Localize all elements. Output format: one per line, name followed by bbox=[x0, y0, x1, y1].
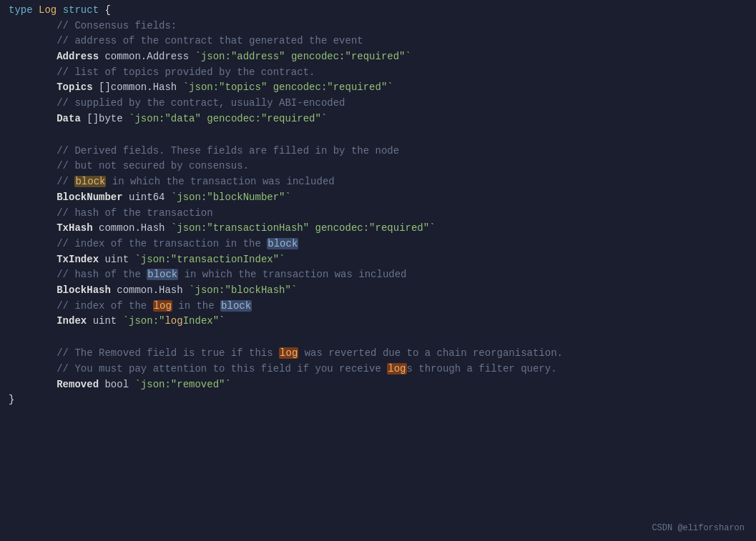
comment-logindex: // index of the log in the block bbox=[9, 300, 252, 312]
field-blocknumber: BlockNumber bbox=[57, 192, 122, 203]
tag-removed: `json:"removed"` bbox=[134, 379, 230, 390]
line-10: // but not secured by consensus. bbox=[0, 159, 756, 174]
highlight-block-1: block bbox=[74, 176, 106, 187]
keyword-type: type bbox=[9, 4, 33, 16]
tag-topics: `json:"topics" gencodec:"required"` bbox=[183, 81, 393, 93]
line-22: // You must pay attention to this field … bbox=[0, 362, 756, 377]
line-5: // list of topics provided by the contra… bbox=[0, 65, 756, 81]
comment-blockhash: // hash of the block in which the transa… bbox=[9, 269, 407, 280]
field-address: Address bbox=[57, 51, 99, 62]
type-uint64: uint64 bbox=[129, 192, 165, 203]
open-brace: { bbox=[104, 4, 110, 16]
highlight-log-3: log bbox=[387, 363, 406, 374]
comment-txhash: // hash of the transaction bbox=[9, 207, 213, 219]
line-24: } bbox=[0, 392, 756, 408]
type-topics: []common.Hash bbox=[99, 81, 177, 93]
type-bool: bool bbox=[104, 379, 129, 390]
line-19: // index of the log in the block bbox=[0, 299, 756, 314]
line-21: // The Removed field is true if this log… bbox=[0, 346, 756, 362]
comment-derived: // Derived fields. These fields are fill… bbox=[9, 145, 399, 157]
line-6: Topics []common.Hash `json:"topics" genc… bbox=[0, 80, 756, 96]
field-data: Data bbox=[57, 113, 81, 124]
line-14: TxHash common.Hash `json:"transactionHas… bbox=[0, 221, 756, 237]
line-8: Data []byte `json:"data" gencodec:"requi… bbox=[0, 111, 756, 127]
type-blockhash: common.Hash bbox=[117, 284, 182, 296]
comment-attention: // You must pay attention to this field … bbox=[9, 363, 557, 374]
type-name-log: Log bbox=[39, 4, 57, 16]
comment-txindex: // index of the transaction in the block bbox=[9, 238, 298, 249]
comment-consensus-note: // but not secured by consensus. bbox=[9, 160, 249, 172]
type-txhash: common.Hash bbox=[99, 222, 165, 234]
line-3: // address of the contract that generate… bbox=[0, 34, 756, 49]
comment-data: // supplied by the contract, usually ABI… bbox=[9, 97, 345, 109]
field-txindex: TxIndex bbox=[57, 254, 99, 265]
type-txindex-uint: uint bbox=[104, 254, 129, 265]
code-editor: type Log struct { // Consensus fields: /… bbox=[0, 0, 756, 541]
highlight-block-2: block bbox=[267, 238, 298, 249]
line-7: // supplied by the contract, usually ABI… bbox=[0, 96, 756, 111]
line-15: // index of the transaction in the block bbox=[0, 237, 756, 252]
tag-txhash: `json:"transactionHash" gencodec:"requir… bbox=[171, 222, 436, 234]
field-removed: Removed bbox=[57, 379, 99, 390]
comment-topics: // list of topics provided by the contra… bbox=[9, 66, 315, 78]
line-16: TxIndex uint `json:"transactionIndex"` bbox=[0, 252, 756, 268]
line-13: // hash of the transaction bbox=[0, 206, 756, 222]
field-topics: Topics bbox=[57, 81, 92, 93]
empty-line-1 bbox=[0, 127, 756, 144]
field-txhash: TxHash bbox=[57, 222, 92, 234]
tag-blockhash: `json:"blockHash"` bbox=[189, 284, 297, 296]
field-index: Index bbox=[57, 315, 87, 327]
line-17: // hash of the block in which the transa… bbox=[0, 267, 756, 283]
line-20: Index uint `json:"logIndex"` bbox=[0, 314, 756, 329]
type-index-uint: uint bbox=[93, 315, 117, 327]
highlight-log-1: log bbox=[153, 300, 172, 312]
line-18: BlockHash common.Hash `json:"blockHash"` bbox=[0, 283, 756, 299]
tag-data: `json:"data" gencodec:"required"` bbox=[129, 113, 327, 124]
line-2: // Consensus fields: bbox=[0, 19, 756, 34]
highlight-block-4: block bbox=[220, 300, 252, 312]
highlight-block-3: block bbox=[147, 269, 178, 280]
line-23: Removed bool `json:"removed"` bbox=[0, 377, 756, 393]
comment-block-tx: // block in which the transaction was in… bbox=[9, 176, 335, 187]
tag-txindex: `json:"transactionIndex"` bbox=[134, 254, 285, 265]
field-blockhash: BlockHash bbox=[57, 284, 111, 296]
empty-line-2 bbox=[0, 329, 756, 346]
comment-consensus: // Consensus fields: bbox=[9, 20, 177, 31]
line-11: // block in which the transaction was in… bbox=[0, 174, 756, 190]
tag-blocknumber: `json:"blockNumber"` bbox=[171, 192, 291, 203]
line-12: BlockNumber uint64 `json:"blockNumber"` bbox=[0, 190, 756, 206]
line-1: type Log struct { bbox=[0, 3, 756, 19]
close-brace: } bbox=[9, 394, 14, 405]
type-data: []byte bbox=[87, 113, 122, 124]
type-address: common.Address bbox=[104, 51, 189, 62]
tag-address: `json:"address" gencodec:"required"` bbox=[195, 51, 411, 62]
comment-address: // address of the contract that generate… bbox=[9, 35, 363, 46]
line-9: // Derived fields. These fields are fill… bbox=[0, 144, 756, 159]
highlight-log-2: log bbox=[279, 347, 298, 359]
keyword-struct: struct bbox=[63, 4, 99, 16]
tag-logindex: `json:"logIndex"` bbox=[123, 315, 225, 327]
comment-removed: // The Removed field is true if this log… bbox=[9, 347, 563, 359]
footer-attribution: CSDN @eliforsharon bbox=[652, 522, 745, 535]
line-4: Address common.Address `json:"address" g… bbox=[0, 49, 756, 65]
